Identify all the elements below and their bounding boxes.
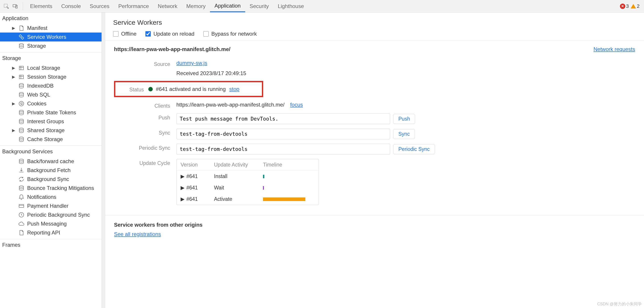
sidebar-item-bgfetch[interactable]: Background Fetch (0, 166, 105, 175)
sidebar-item-session-storage[interactable]: ▶Session Storage (0, 72, 105, 81)
item-label: Background Fetch (27, 167, 70, 173)
svg-point-8 (19, 84, 24, 85)
sidebar-item-notifications[interactable]: Notifications (0, 193, 105, 201)
warning-count[interactable]: 2 (631, 3, 640, 9)
expand-icon: ▶ (12, 75, 16, 79)
origin-block: https://learn-pwa-web-app-manifest.glitc… (105, 41, 644, 215)
sync-button[interactable]: Sync (393, 129, 415, 139)
row-source: Source dummy-sw.js Received 2023/8/17 20… (114, 58, 635, 79)
value-source: dummy-sw.js Received 2023/8/17 20:49:15 (176, 60, 635, 77)
tab-elements[interactable]: Elements (26, 0, 57, 12)
section-storage: Storage (0, 52, 105, 64)
ut-h-timeline: Timeline (263, 162, 315, 168)
sidebar-item-private-state-tokens[interactable]: Private State Tokens (0, 108, 105, 117)
content-panel: Service Workers Offline Update on reload… (105, 13, 644, 308)
cb-offline-input[interactable] (113, 31, 118, 37)
ut-row-install[interactable]: ▶#641 Install (176, 171, 319, 182)
network-requests-link[interactable]: Network requests (594, 46, 635, 52)
document-icon (18, 229, 24, 236)
svg-point-5 (19, 44, 24, 45)
item-label: Storage (27, 43, 46, 49)
focus-link[interactable]: focus (290, 102, 303, 108)
tab-network[interactable]: Network (154, 0, 182, 12)
svg-point-11 (20, 103, 21, 103)
sidebar-item-bfcache[interactable]: Back/forward cache (0, 157, 105, 166)
device-toggle-icon[interactable] (11, 2, 19, 10)
sidebar-item-shared-storage[interactable]: ▶Shared Storage (0, 126, 105, 135)
see-all-registrations-link[interactable]: See all registrations (114, 231, 161, 237)
section-bgservices: Background Services (0, 146, 105, 157)
sidebar-item-local-storage[interactable]: ▶Local Storage (0, 64, 105, 72)
checkbox-row: Offline Update on reload Bypass for netw… (113, 31, 636, 37)
sidebar-item-bounce[interactable]: Bounce Tracking Mitigations (0, 184, 105, 193)
document-icon (18, 25, 24, 31)
database-icon (18, 92, 24, 98)
cloud-icon (18, 221, 24, 227)
sidebar-item-cookies[interactable]: ▶Cookies (0, 99, 105, 108)
sidebar-item-reporting[interactable]: Reporting API (0, 228, 105, 237)
source-file-link[interactable]: dummy-sw.js (176, 60, 207, 66)
label-clients: Clients (114, 102, 176, 109)
sidebar-item-websql[interactable]: Web SQL (0, 90, 105, 99)
sidebar-item-storage[interactable]: Storage (0, 42, 105, 50)
expand-icon: ▶ (12, 128, 16, 133)
status-highlight: Status #641 activated and is running sto… (114, 81, 263, 97)
ut-row-wait[interactable]: ▶#641 Wait (176, 182, 319, 193)
item-label: Web SQL (27, 92, 50, 98)
sidebar-item-cache-storage[interactable]: Cache Storage (0, 135, 105, 144)
ut-timeline (263, 197, 315, 201)
tab-console[interactable]: Console (57, 0, 85, 12)
sidebar-item-service-workers[interactable]: Service Workers (0, 33, 105, 42)
expand-icon: ▶ (12, 101, 16, 106)
sidebar-item-payment[interactable]: Payment Handler (0, 201, 105, 210)
stop-link[interactable]: stop (229, 86, 240, 92)
periodic-sync-button[interactable]: Periodic Sync (393, 144, 435, 154)
client-url: https://learn-pwa-web-app-manifest.glitc… (176, 102, 284, 108)
item-label: Session Storage (27, 74, 66, 80)
error-number: 3 (626, 3, 629, 9)
item-label: Reporting API (27, 229, 60, 236)
tab-sources[interactable]: Sources (85, 0, 114, 12)
inspect-icon[interactable] (2, 2, 10, 10)
tab-performance[interactable]: Performance (114, 0, 153, 12)
tab-memory[interactable]: Memory (182, 0, 210, 12)
tab-application[interactable]: Application (210, 0, 245, 12)
push-button[interactable]: Push (393, 114, 415, 124)
sidebar-item-periodic-bgsync[interactable]: Periodic Background Sync (0, 210, 105, 219)
warning-icon (631, 4, 636, 9)
ut-h-version: Version (180, 162, 214, 168)
cb-bypass[interactable]: Bypass for network (203, 31, 257, 37)
sidebar-item-interest-groups[interactable]: Interest Groups (0, 117, 105, 126)
sidebar-item-bgsync[interactable]: Background Sync (0, 175, 105, 184)
label-source: Source (114, 60, 176, 67)
error-count[interactable]: ✕ 3 (620, 3, 629, 9)
sync-input[interactable] (176, 129, 390, 139)
status-text: #641 activated and is running (156, 86, 226, 92)
item-label: Payment Handler (27, 203, 68, 209)
database-icon (18, 118, 24, 125)
push-input[interactable] (176, 113, 390, 124)
svg-point-10 (19, 101, 24, 106)
table-icon (18, 74, 24, 80)
sidebar-item-manifest[interactable]: ▶ Manifest (0, 24, 105, 33)
section-frames: Frames (0, 239, 105, 250)
cb-update-input[interactable] (146, 31, 151, 37)
panel-tabs: Elements Console Sources Performance Net… (26, 0, 620, 12)
expand-icon: ▶ (180, 185, 184, 191)
periodic-sync-input[interactable] (176, 144, 390, 154)
cb-bypass-input[interactable] (203, 31, 209, 37)
status-dot-icon (148, 87, 153, 91)
cb-offline[interactable]: Offline (113, 31, 136, 37)
expand-icon: ▶ (180, 196, 184, 202)
ut-row-activate[interactable]: ▶#641 Activate (176, 193, 319, 205)
sidebar-item-indexeddb[interactable]: IndexedDB (0, 81, 105, 90)
cb-update-reload[interactable]: Update on reload (146, 31, 194, 37)
svg-point-9 (19, 93, 24, 94)
tab-security[interactable]: Security (245, 0, 274, 12)
item-label: Local Storage (27, 65, 60, 71)
sidebar-item-push[interactable]: Push Messaging (0, 219, 105, 228)
svg-point-18 (19, 137, 24, 139)
ut-timeline (263, 186, 315, 190)
item-label: Background Sync (27, 176, 69, 182)
tab-lighthouse[interactable]: Lighthouse (273, 0, 308, 12)
